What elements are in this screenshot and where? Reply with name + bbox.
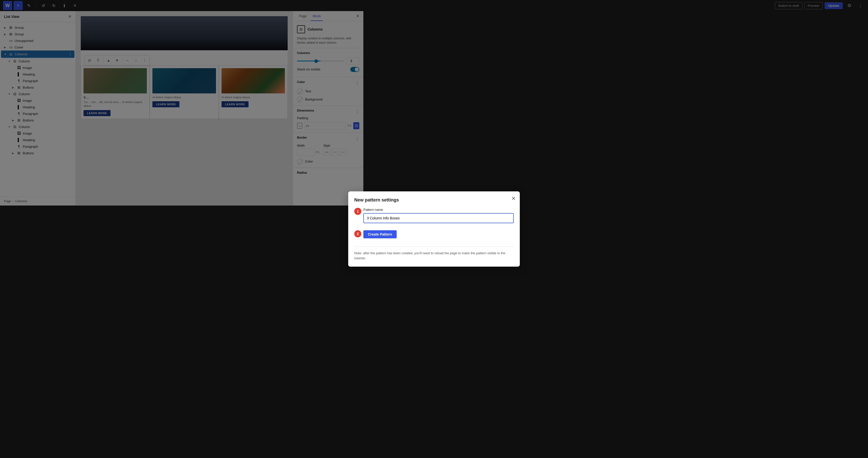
modal-overlay[interactable]: New pattern settings ✕ 1 Pattern name 2 … — [0, 0, 363, 205]
modal-title: New pattern settings — [354, 197, 363, 203]
new-pattern-modal: New pattern settings ✕ 1 Pattern name 2 … — [348, 191, 363, 205]
